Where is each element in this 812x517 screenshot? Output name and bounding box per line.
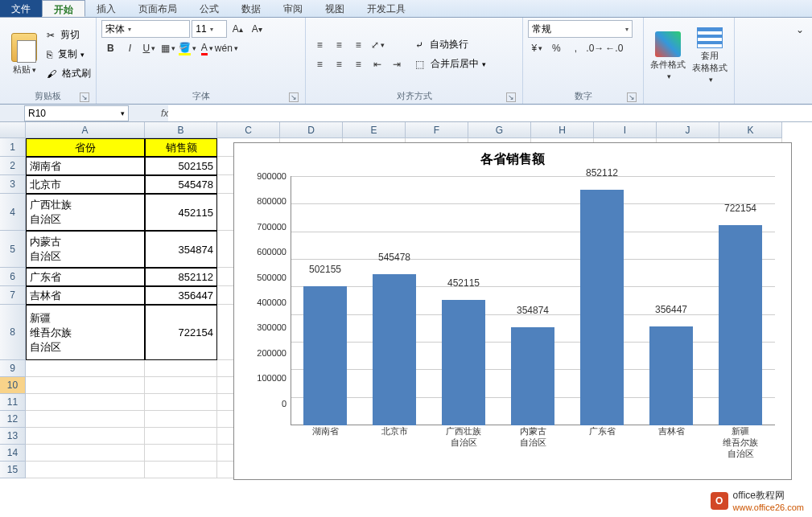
clipboard-dialog-launcher[interactable]: ↘ bbox=[80, 92, 89, 102]
align-dialog-launcher[interactable]: ↘ bbox=[506, 92, 516, 102]
cell-B14[interactable] bbox=[145, 445, 217, 462]
underline-button[interactable]: U bbox=[140, 39, 158, 57]
cell-B2[interactable]: 502155 bbox=[145, 157, 217, 175]
tab-file[interactable]: 文件 bbox=[0, 0, 42, 17]
cell-B10[interactable] bbox=[145, 377, 217, 394]
col-header-C[interactable]: C bbox=[217, 122, 280, 138]
row-header-14[interactable]: 14 bbox=[0, 445, 26, 462]
percent-button[interactable]: % bbox=[547, 39, 565, 57]
increase-decimal-button[interactable]: .0→ bbox=[586, 39, 604, 57]
row-header-4[interactable]: 4 bbox=[0, 194, 26, 231]
cell-A11[interactable] bbox=[26, 394, 145, 411]
phonetic-button[interactable]: wén bbox=[217, 39, 235, 57]
bar-0[interactable]: 502155 bbox=[301, 176, 349, 425]
bar-2[interactable]: 452115 bbox=[439, 176, 488, 425]
row-header-1[interactable]: 1 bbox=[0, 138, 26, 157]
row-header-11[interactable]: 11 bbox=[0, 394, 26, 411]
col-header-F[interactable]: F bbox=[406, 122, 468, 138]
cell-B1[interactable]: 销售额 bbox=[145, 138, 217, 157]
formula-input[interactable] bbox=[168, 105, 812, 121]
format-painter-button[interactable]: 🖌 格式刷 bbox=[47, 65, 91, 83]
decrease-font-button[interactable]: A▾ bbox=[248, 20, 266, 38]
conditional-format-button[interactable]: 条件格式 bbox=[649, 27, 687, 84]
row-header-13[interactable]: 13 bbox=[0, 428, 26, 445]
row-header-15[interactable]: 15 bbox=[0, 462, 26, 478]
tab-insert[interactable]: 插入 bbox=[85, 0, 127, 17]
col-header-H[interactable]: H bbox=[531, 122, 594, 138]
name-box[interactable]: R10 ▾ bbox=[24, 105, 129, 121]
font-size-combo[interactable]: 11▾ bbox=[192, 20, 227, 38]
cut-button[interactable]: ✂ 剪切 bbox=[47, 27, 91, 44]
row-header-7[interactable]: 7 bbox=[0, 286, 26, 305]
italic-button[interactable]: I bbox=[121, 39, 138, 57]
row-header-9[interactable]: 9 bbox=[0, 360, 26, 377]
row-header-10[interactable]: 10 bbox=[0, 377, 26, 394]
copy-button[interactable]: ⎘ 复制 bbox=[47, 46, 91, 64]
tab-review[interactable]: 审阅 bbox=[272, 0, 314, 17]
bar-1[interactable]: 545478 bbox=[370, 176, 418, 425]
fill-color-button[interactable]: 🪣 bbox=[179, 39, 196, 57]
bar-3[interactable]: 354874 bbox=[509, 176, 557, 425]
col-header-B[interactable]: B bbox=[145, 122, 217, 138]
fx-icon[interactable]: fx bbox=[161, 108, 168, 119]
cell-A3[interactable]: 北京市 bbox=[26, 175, 145, 194]
cell-A6[interactable]: 广东省 bbox=[26, 268, 145, 286]
font-name-combo[interactable]: 宋体▾ bbox=[101, 20, 190, 38]
orientation-button[interactable]: ⤢ bbox=[369, 36, 386, 54]
row-header-12[interactable]: 12 bbox=[0, 411, 26, 428]
row-header-2[interactable]: 2 bbox=[0, 157, 26, 175]
bar-5[interactable]: 356447 bbox=[647, 176, 695, 425]
cell-A14[interactable] bbox=[26, 445, 145, 462]
cell-B15[interactable] bbox=[145, 462, 217, 478]
font-dialog-launcher[interactable]: ↘ bbox=[289, 92, 299, 102]
decrease-indent-button[interactable]: ⇤ bbox=[369, 55, 386, 73]
align-center-button[interactable]: ≡ bbox=[330, 55, 348, 73]
cell-A9[interactable] bbox=[26, 360, 145, 377]
cell-B7[interactable]: 356447 bbox=[145, 286, 217, 305]
tab-dev[interactable]: 开发工具 bbox=[356, 0, 417, 17]
cell-B3[interactable]: 545478 bbox=[145, 175, 217, 194]
cell-A12[interactable] bbox=[26, 411, 145, 428]
tab-home[interactable]: 开始 bbox=[42, 0, 85, 17]
merge-center-button[interactable]: ⬚ 合并后居中 bbox=[415, 55, 485, 73]
cell-B11[interactable] bbox=[145, 394, 217, 411]
cell-A15[interactable] bbox=[26, 462, 145, 478]
bar-6[interactable]: 722154 bbox=[716, 176, 765, 425]
tab-formula[interactable]: 公式 bbox=[188, 0, 230, 17]
bar-4[interactable]: 852112 bbox=[578, 176, 626, 425]
row-header-5[interactable]: 5 bbox=[0, 231, 26, 268]
wrap-text-button[interactable]: ⤶ 自动换行 bbox=[415, 36, 485, 54]
border-button[interactable]: ▦ bbox=[159, 39, 177, 57]
cell-A13[interactable] bbox=[26, 428, 145, 445]
cell-A10[interactable] bbox=[26, 377, 145, 394]
row-header-6[interactable]: 6 bbox=[0, 268, 26, 286]
ribbon-minimize-button[interactable]: ⌄ bbox=[791, 21, 809, 39]
tab-view[interactable]: 视图 bbox=[314, 0, 356, 17]
align-right-button[interactable]: ≡ bbox=[349, 55, 367, 73]
bold-button[interactable]: B bbox=[101, 39, 119, 57]
col-header-E[interactable]: E bbox=[343, 122, 406, 138]
cell-A2[interactable]: 湖南省 bbox=[26, 157, 145, 175]
cell-A7[interactable]: 吉林省 bbox=[26, 286, 145, 305]
number-format-combo[interactable]: 常规▾ bbox=[528, 20, 633, 38]
chart[interactable]: 各省销售额01000002000003000004000005000006000… bbox=[233, 142, 792, 480]
table-format-button[interactable]: 套用 表格格式 bbox=[690, 27, 729, 84]
tab-data[interactable]: 数据 bbox=[230, 0, 272, 17]
col-header-J[interactable]: J bbox=[657, 122, 719, 138]
cell-B5[interactable]: 354874 bbox=[145, 231, 217, 268]
col-header-A[interactable]: A bbox=[26, 122, 145, 138]
increase-font-button[interactable]: A▴ bbox=[229, 20, 246, 38]
cell-B4[interactable]: 452115 bbox=[145, 194, 217, 231]
comma-button[interactable]: , bbox=[567, 39, 584, 57]
row-header-3[interactable]: 3 bbox=[0, 175, 26, 194]
align-middle-button[interactable]: ≡ bbox=[330, 36, 348, 54]
row-header-8[interactable]: 8 bbox=[0, 305, 26, 360]
cell-A1[interactable]: 省份 bbox=[26, 138, 145, 157]
number-dialog-launcher[interactable]: ↘ bbox=[627, 92, 637, 102]
cell-B13[interactable] bbox=[145, 428, 217, 445]
align-left-button[interactable]: ≡ bbox=[311, 55, 328, 73]
decrease-decimal-button[interactable]: ←.0 bbox=[605, 39, 623, 57]
select-all-corner[interactable] bbox=[0, 122, 26, 138]
increase-indent-button[interactable]: ⇥ bbox=[388, 55, 406, 73]
cell-A4[interactable]: 广西壮族 自治区 bbox=[26, 194, 145, 231]
